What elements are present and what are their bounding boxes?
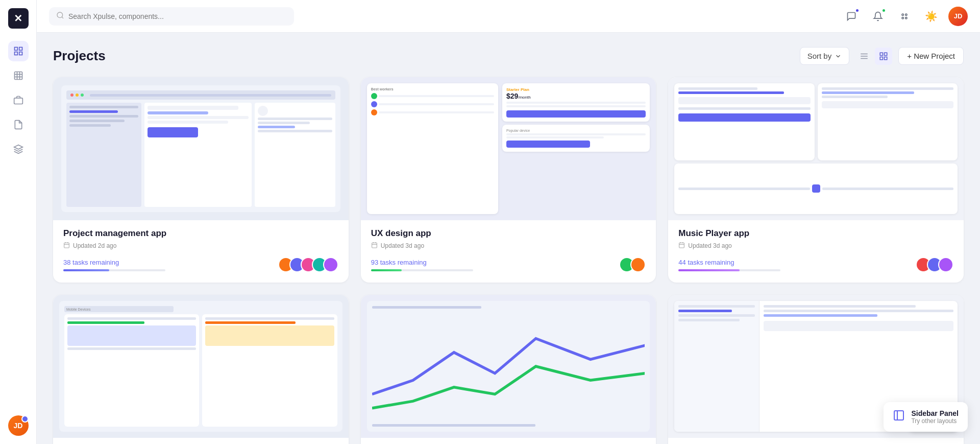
- card-preview: [53, 77, 349, 220]
- search-icon: [56, 11, 64, 21]
- card-info: Sidebar Panel app Updated 6d ago 15 task…: [668, 438, 964, 444]
- card-preview: Best workers Starter Plan $29/month Popu…: [361, 77, 656, 220]
- svg-point-11: [57, 12, 63, 18]
- logo[interactable]: ✕: [8, 8, 29, 29]
- card-updated: Updated 3d ago: [381, 242, 424, 249]
- card-avatars: [278, 257, 338, 272]
- svg-rect-24: [64, 243, 69, 248]
- card-info: Project management app Updated 2d ago 38…: [53, 220, 349, 283]
- sidebar: ✕ JD: [0, 0, 37, 444]
- theme-toggle[interactable]: ☀️: [922, 7, 940, 26]
- sidebar-panel-icon: [893, 409, 905, 425]
- project-card-4[interactable]: Mobile Devices Mobile Devices app: [53, 295, 349, 444]
- avatar: [630, 257, 646, 272]
- svg-rect-9: [14, 98, 22, 104]
- svg-point-14: [905, 14, 907, 15]
- card-progress-fill: [63, 269, 109, 271]
- svg-rect-20: [880, 53, 883, 55]
- avatar: [323, 257, 338, 272]
- grid-view-button[interactable]: [875, 48, 892, 65]
- svg-rect-23: [885, 57, 887, 59]
- svg-line-12: [62, 17, 63, 18]
- card-title: UX design app: [371, 228, 646, 239]
- svg-marker-10: [14, 145, 22, 149]
- card-info: Music Player app Updated 3d ago 44 tasks…: [668, 220, 964, 283]
- notifications-badge: [881, 8, 886, 13]
- svg-point-16: [905, 17, 907, 18]
- search-input[interactable]: [68, 12, 287, 20]
- card-info: Analytics dashboard Updated 5d ago 57 ta…: [361, 438, 656, 444]
- tooltip-subtitle: Try other layouts: [911, 417, 959, 425]
- sidebar-item-dashboard[interactable]: [8, 41, 29, 61]
- card-progress-fill: [678, 269, 740, 271]
- calendar-icon: [678, 242, 685, 250]
- svg-rect-22: [880, 57, 883, 59]
- messages-badge: [855, 8, 860, 13]
- card-title: Project management app: [63, 228, 338, 239]
- apps-icon[interactable]: [895, 7, 914, 26]
- card-progress-fill: [371, 269, 402, 271]
- svg-point-15: [902, 17, 903, 18]
- card-footer: 44 tasks remaining: [678, 257, 953, 272]
- card-tasks: 38 tasks remaining: [63, 259, 165, 266]
- topbar-right: ☀️ JD: [842, 7, 968, 26]
- calendar-icon: [63, 242, 70, 250]
- sidebar-item-briefcase[interactable]: [8, 90, 29, 110]
- projects-grid: Project management app Updated 2d ago 38…: [53, 77, 964, 444]
- search-box[interactable]: [49, 7, 294, 26]
- card-updated: Updated 3d ago: [688, 242, 731, 249]
- sidebar-item-document[interactable]: [8, 114, 29, 135]
- notifications-icon[interactable]: [869, 7, 887, 26]
- sidebar-item-grid[interactable]: [8, 65, 29, 86]
- card-meta: Updated 3d ago: [678, 242, 953, 250]
- svg-point-13: [902, 14, 903, 15]
- view-toggle: [855, 48, 892, 65]
- card-tasks: 44 tasks remaining: [678, 259, 780, 266]
- list-view-button[interactable]: [855, 48, 873, 65]
- project-card-2[interactable]: Best workers Starter Plan $29/month Popu…: [361, 77, 656, 283]
- card-meta: Updated 2d ago: [63, 242, 338, 250]
- page-title: Projects: [53, 48, 106, 64]
- projects-header: Projects Sort by: [53, 47, 964, 65]
- messages-icon[interactable]: [842, 7, 861, 26]
- card-avatars: [619, 257, 646, 272]
- card-preview: [668, 77, 964, 220]
- card-avatars: [916, 257, 953, 272]
- avatar: [938, 257, 953, 272]
- svg-rect-2: [19, 52, 22, 55]
- svg-rect-21: [885, 53, 887, 55]
- card-tasks: 93 tasks remaining: [371, 259, 473, 266]
- tooltip-title: Sidebar Panel: [911, 409, 959, 417]
- card-progress-bar: [63, 269, 165, 271]
- svg-rect-28: [372, 243, 377, 248]
- card-preview: [361, 295, 656, 438]
- calendar-icon: [371, 242, 378, 250]
- new-project-button[interactable]: + New Project: [898, 47, 964, 65]
- card-info: UX design app Updated 3d ago 93 tasks re…: [361, 220, 656, 283]
- card-progress-bar: [678, 269, 780, 271]
- topbar: ☀️ JD: [37, 0, 980, 33]
- card-preview: Mobile Devices: [53, 295, 349, 438]
- card-updated: Updated 2d ago: [73, 242, 116, 249]
- card-meta: Updated 3d ago: [371, 242, 646, 250]
- sidebar-user-avatar[interactable]: JD: [8, 415, 29, 436]
- project-card-1[interactable]: Project management app Updated 2d ago 38…: [53, 77, 349, 283]
- card-footer: 93 tasks remaining: [371, 257, 646, 272]
- content-area: Projects Sort by: [37, 33, 980, 444]
- svg-rect-4: [14, 72, 22, 80]
- user-avatar[interactable]: JD: [948, 7, 968, 26]
- svg-rect-32: [679, 243, 684, 248]
- sort-by-button[interactable]: Sort by: [800, 47, 850, 65]
- svg-rect-3: [14, 52, 17, 55]
- card-footer: 38 tasks remaining: [63, 257, 338, 272]
- project-card-5[interactable]: Analytics dashboard Updated 5d ago 57 ta…: [361, 295, 656, 444]
- svg-rect-48: [894, 411, 903, 420]
- sidebar-item-layers[interactable]: [8, 139, 29, 159]
- card-progress-bar: [371, 269, 473, 271]
- card-title: Music Player app: [678, 228, 953, 239]
- card-info: Mobile Devices app Updated 4d ago 21 tas…: [53, 438, 349, 444]
- sidebar-panel-tooltip[interactable]: Sidebar Panel Try other layouts: [884, 402, 968, 432]
- project-card-3[interactable]: Music Player app Updated 3d ago 44 tasks…: [668, 77, 964, 283]
- main-content: ☀️ JD Projects Sort by: [37, 0, 980, 444]
- projects-controls: Sort by: [800, 47, 964, 65]
